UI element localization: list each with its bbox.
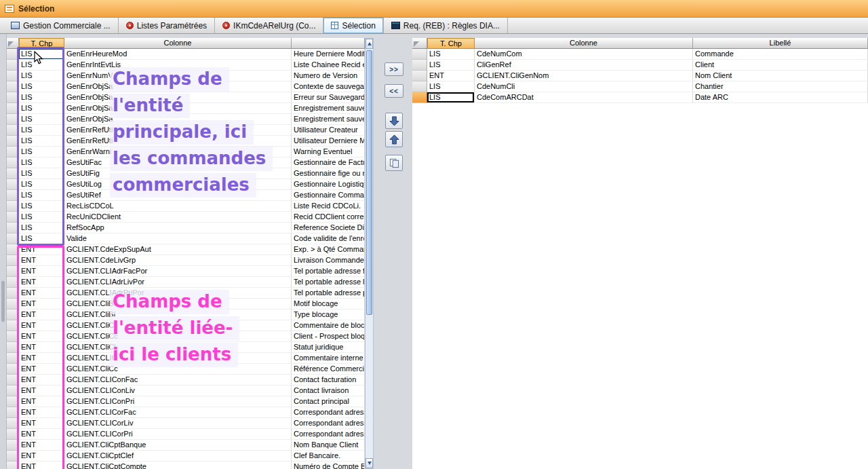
table-row[interactable]: LIS CdeComARCDat Date ARC bbox=[412, 92, 868, 103]
splitter-handle[interactable] bbox=[1, 281, 5, 322]
table-row[interactable]: LIS RefSocApp Reference Societe Diap bbox=[7, 223, 365, 233]
row-selector[interactable] bbox=[7, 190, 19, 201]
table-row[interactable]: LIS GenEnrWarni Warning Eventuel bbox=[7, 147, 365, 157]
table-row[interactable]: LIS GenEnrObjSa Enregistrement sauvega bbox=[7, 103, 365, 114]
scrollbar-thumb[interactable] bbox=[366, 50, 372, 315]
table-row[interactable]: ENT GCLIENT.CLIC Commentaire interne bbox=[7, 353, 365, 364]
table-row[interactable]: ENT GCLIENT.CliBl Motif blocage bbox=[7, 299, 365, 309]
row-selector[interactable] bbox=[7, 136, 19, 147]
row-selector[interactable] bbox=[7, 309, 19, 320]
row-selector[interactable] bbox=[7, 451, 19, 462]
table-row[interactable]: LIS GesUtiLog Gestionnaire Logistique bbox=[7, 179, 365, 190]
table-row[interactable]: ENT GCLIENT.CLIConLiv Contact livraison bbox=[7, 386, 365, 396]
row-selector[interactable] bbox=[7, 71, 19, 81]
header-tchp[interactable]: T. Chp bbox=[19, 38, 64, 49]
select-all-corner[interactable] bbox=[412, 38, 427, 49]
row-selector[interactable] bbox=[7, 320, 19, 331]
move-all-left-button[interactable]: << bbox=[384, 84, 403, 98]
table-row[interactable]: ENT GCLIENT.CliCl Statut juridique bbox=[7, 342, 365, 353]
row-selector[interactable] bbox=[412, 60, 427, 71]
tab-listes-parametrees[interactable]: Listes Paramétrées bbox=[119, 18, 215, 33]
table-row[interactable]: ENT GCLIENT.CLIAdrPriPor Tel portable ad… bbox=[7, 288, 365, 299]
table-row[interactable]: ENT GCLIENT.CliCptClef Clef Bancaire. bbox=[7, 451, 365, 462]
row-selector[interactable] bbox=[7, 244, 19, 255]
table-row[interactable]: ENT GCLIENT.CliCc Commentaire de blocag bbox=[7, 320, 365, 331]
table-row[interactable]: LIS GenEnrRefUti Utilisateur Createur bbox=[7, 125, 365, 136]
row-selector[interactable] bbox=[7, 429, 19, 440]
row-selector[interactable] bbox=[7, 49, 19, 60]
table-row[interactable]: LIS GesUtiFac Gestionnaire de Factura bbox=[7, 157, 365, 168]
row-selector[interactable] bbox=[7, 440, 19, 451]
header-colonne[interactable]: Colonne bbox=[475, 38, 693, 49]
table-row[interactable]: LIS CliGenRef Client bbox=[412, 60, 868, 71]
row-selector[interactable] bbox=[412, 49, 427, 60]
row-selector[interactable] bbox=[7, 212, 19, 223]
move-down-button[interactable] bbox=[385, 113, 403, 129]
vertical-scrollbar[interactable] bbox=[365, 38, 374, 469]
row-selector[interactable] bbox=[7, 147, 19, 157]
row-selector[interactable] bbox=[7, 342, 19, 353]
table-row[interactable]: ENT GCLIENT.CdeExpSupAut Exp. > à Qté Co… bbox=[7, 244, 365, 255]
row-selector[interactable] bbox=[7, 81, 19, 92]
row-selector[interactable] bbox=[7, 201, 19, 212]
table-row[interactable]: ENT GCLIENT.CLIAdrLivPor Tel portable ad… bbox=[7, 277, 365, 288]
move-up-button[interactable] bbox=[385, 131, 403, 147]
table-row[interactable]: ENT GCLIENT.CLICorLiv Correspondant adre… bbox=[7, 418, 365, 429]
table-row[interactable]: LIS GenEnrNumV Numero de Version bbox=[7, 71, 365, 81]
table-row[interactable]: ENT GCLIENT.CliCptBanque Nom Banque Clie… bbox=[7, 440, 365, 451]
table-row[interactable]: LIS CdeNumCli Chantier bbox=[412, 81, 868, 92]
row-selector[interactable] bbox=[7, 386, 19, 396]
row-selector[interactable] bbox=[7, 407, 19, 418]
table-row[interactable]: LIS RecLisCDCoL Liste Recid CDCoLi. bbox=[7, 201, 365, 212]
row-selector[interactable] bbox=[7, 114, 19, 125]
row-selector[interactable] bbox=[7, 299, 19, 309]
table-row[interactable]: ENT GCLIENT.CliCc Référence Commercial bbox=[7, 364, 365, 375]
copy-button[interactable] bbox=[385, 155, 403, 171]
header-tchp[interactable]: T. Chp bbox=[427, 38, 475, 49]
tab-req-regles-dia[interactable]: Req. (REB) : Règles DIA... bbox=[384, 18, 508, 33]
table-row[interactable]: LIS GesUtiRef Gestionnaire Commande bbox=[7, 190, 365, 201]
table-row[interactable]: ENT GCLIENT.CLIConFac Contact facturatio… bbox=[7, 375, 365, 386]
table-row[interactable]: ENT GCLIENT.CdeLivGrp Livraison Commande… bbox=[7, 255, 365, 266]
row-selector[interactable] bbox=[7, 60, 19, 71]
table-row[interactable]: ENT GCLIENT.CLIAdrFacPor Tel portable ad… bbox=[7, 266, 365, 277]
table-row[interactable]: ENT GCLIENT.CliCc Client - Prospect bloq… bbox=[7, 331, 365, 342]
table-row[interactable]: ENT GCLIENT.CLICorPri Correspondant adre… bbox=[7, 429, 365, 440]
row-selector[interactable] bbox=[412, 71, 427, 81]
scroll-up-button[interactable] bbox=[366, 39, 373, 49]
move-all-right-button[interactable]: >> bbox=[384, 62, 403, 76]
table-row[interactable]: LIS GenEnrObjSa Enregistrement sauvega bbox=[7, 114, 365, 125]
row-selector[interactable] bbox=[7, 255, 19, 266]
table-row[interactable]: LIS Valide Code validite de l'enregi bbox=[7, 233, 365, 244]
row-selector[interactable] bbox=[7, 157, 19, 168]
header-libelle[interactable]: Libellé bbox=[693, 38, 868, 49]
table-row[interactable]: LIS GenEnrObjSa Contexte de sauvegarde bbox=[7, 81, 365, 92]
row-selector[interactable] bbox=[7, 331, 19, 342]
row-selector[interactable] bbox=[7, 125, 19, 136]
table-row[interactable]: LIS GenEnrObjSa Erreur sur Sauvegarde c bbox=[7, 92, 365, 103]
table-row[interactable]: ENT GCLIENT.CliBl Type blocage bbox=[7, 309, 365, 320]
row-selector[interactable] bbox=[7, 168, 19, 179]
left-splitter[interactable] bbox=[0, 34, 7, 469]
row-selector[interactable] bbox=[7, 266, 19, 277]
row-selector[interactable] bbox=[7, 353, 19, 364]
row-selector[interactable] bbox=[412, 81, 427, 92]
row-selector[interactable] bbox=[7, 233, 19, 244]
table-row[interactable]: LIS GenEnrIntEvtLis Liste Chainee Recid … bbox=[7, 60, 365, 71]
row-selector[interactable] bbox=[7, 418, 19, 429]
table-row[interactable]: ENT GCLIENT.CLIConPri Contact principal bbox=[7, 396, 365, 407]
table-row[interactable]: LIS RecUniCDClient Recid CDClient corres… bbox=[7, 212, 365, 223]
row-selector[interactable] bbox=[7, 375, 19, 386]
table-row[interactable]: LIS GenEnrRefUti Utilisateur Derniere Mo… bbox=[7, 136, 365, 147]
row-selector[interactable] bbox=[7, 288, 19, 299]
table-row[interactable]: ENT GCLIENT.CliGenNom Nom Client bbox=[412, 71, 868, 81]
tab-ikmcdearelurg[interactable]: IKmCdeARelUrg (Co... bbox=[215, 18, 323, 33]
row-selector[interactable] bbox=[7, 277, 19, 288]
select-all-corner[interactable] bbox=[7, 38, 19, 49]
tab-gestion-commerciale[interactable]: Gestion Commerciale ... bbox=[3, 18, 119, 33]
table-row[interactable]: LIS GenEnrHeureMod Heure Derniere Modif bbox=[7, 49, 365, 60]
table-row[interactable]: ENT GCLIENT.CliCptCompte Numéro de Compt… bbox=[7, 462, 365, 469]
row-selector[interactable] bbox=[7, 462, 19, 469]
scroll-down-button[interactable] bbox=[366, 458, 373, 468]
row-selector[interactable] bbox=[7, 103, 19, 114]
